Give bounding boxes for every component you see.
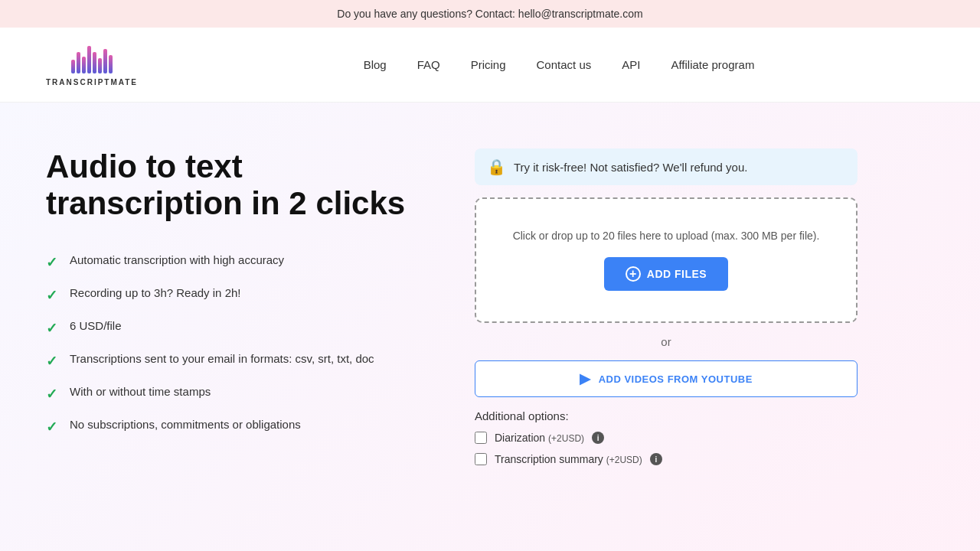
summary-price: (+2USD): [606, 455, 642, 465]
nav-affiliate[interactable]: Affiliate program: [671, 58, 754, 71]
check-icon: ✓: [46, 353, 57, 370]
nav-contact[interactable]: Contact us: [537, 58, 592, 71]
nav-faq[interactable]: FAQ: [417, 58, 440, 71]
main-nav: Blog FAQ Pricing Contact us API Affiliat…: [184, 58, 934, 71]
feature-text: Recording up to 3h? Ready in 2h!: [70, 286, 240, 299]
list-item: ✓ Automatic transcription with high accu…: [46, 253, 444, 271]
nav-blog[interactable]: Blog: [364, 58, 387, 71]
top-banner: Do you have any questions? Contact: hell…: [0, 0, 980, 28]
add-files-button[interactable]: + ADD FILES: [604, 257, 728, 291]
feature-text: With or without time stamps: [70, 385, 211, 398]
youtube-label: ADD VIDEOS FROM YOUTUBE: [599, 373, 753, 385]
diarization-label[interactable]: Diarization (+2USD): [495, 432, 584, 444]
check-icon: ✓: [46, 419, 57, 435]
feature-text: Transcriptions sent to your email in for…: [70, 352, 374, 365]
logo-text: TRANSCRIPTMATE: [46, 78, 138, 86]
summary-option: Transcription summary (+2USD) i: [475, 453, 858, 465]
diarization-price: (+2USD): [548, 433, 584, 444]
lock-icon: 🔒: [487, 158, 506, 176]
nav-api[interactable]: API: [622, 58, 640, 71]
upload-hint: Click or drop up to 20 files here to upl…: [513, 230, 820, 242]
youtube-icon: ▶: [580, 370, 591, 387]
add-youtube-button[interactable]: ▶ ADD VIDEOS FROM YOUTUBE: [475, 360, 858, 397]
main-content: Audio to text transcription in 2 clicks …: [0, 103, 980, 551]
additional-options-label: Additional options:: [475, 409, 858, 422]
summary-info-icon[interactable]: i: [650, 453, 662, 465]
nav-pricing[interactable]: Pricing: [471, 58, 506, 71]
feature-text: No subscriptions, commitments or obligat…: [70, 418, 301, 431]
diarization-checkbox[interactable]: [475, 432, 487, 444]
logo-link[interactable]: TRANSCRIPTMATE: [46, 43, 138, 86]
feature-text: Automatic transcription with high accura…: [70, 253, 284, 266]
list-item: ✓ With or without time stamps: [46, 385, 444, 403]
header: TRANSCRIPTMATE Blog FAQ Pricing Contact …: [0, 28, 980, 103]
summary-label[interactable]: Transcription summary (+2USD): [495, 453, 642, 465]
check-icon: ✓: [46, 254, 57, 271]
diarization-info-icon[interactable]: i: [592, 432, 604, 444]
additional-options: Additional options: Diarization (+2USD) …: [475, 409, 858, 465]
or-divider: or: [475, 335, 858, 348]
risk-free-banner: 🔒 Try it risk-free! Not satisfied? We'll…: [475, 148, 858, 185]
check-icon: ✓: [46, 320, 57, 337]
feature-text: 6 USD/file: [70, 319, 122, 332]
diarization-option: Diarization (+2USD) i: [475, 432, 858, 444]
hero-section: Audio to text transcription in 2 clicks …: [46, 148, 444, 531]
feature-list: ✓ Automatic transcription with high accu…: [46, 253, 444, 435]
check-icon: ✓: [46, 386, 57, 403]
hero-title: Audio to text transcription in 2 clicks: [46, 148, 444, 223]
plus-icon: +: [626, 266, 641, 282]
list-item: ✓ No subscriptions, commitments or oblig…: [46, 418, 444, 435]
check-icon: ✓: [46, 287, 57, 304]
upload-section: 🔒 Try it risk-free! Not satisfied? We'll…: [475, 148, 858, 531]
logo-icon: [71, 43, 113, 73]
or-text: or: [661, 335, 671, 348]
upload-zone[interactable]: Click or drop up to 20 files here to upl…: [475, 197, 858, 323]
list-item: ✓ Recording up to 3h? Ready in 2h!: [46, 286, 444, 304]
list-item: ✓ 6 USD/file: [46, 319, 444, 337]
risk-free-text: Try it risk-free! Not satisfied? We'll r…: [514, 161, 747, 174]
banner-text: Do you have any questions? Contact: hell…: [337, 8, 642, 20]
list-item: ✓ Transcriptions sent to your email in f…: [46, 352, 444, 370]
add-files-label: ADD FILES: [647, 268, 707, 280]
summary-checkbox[interactable]: [475, 453, 487, 465]
